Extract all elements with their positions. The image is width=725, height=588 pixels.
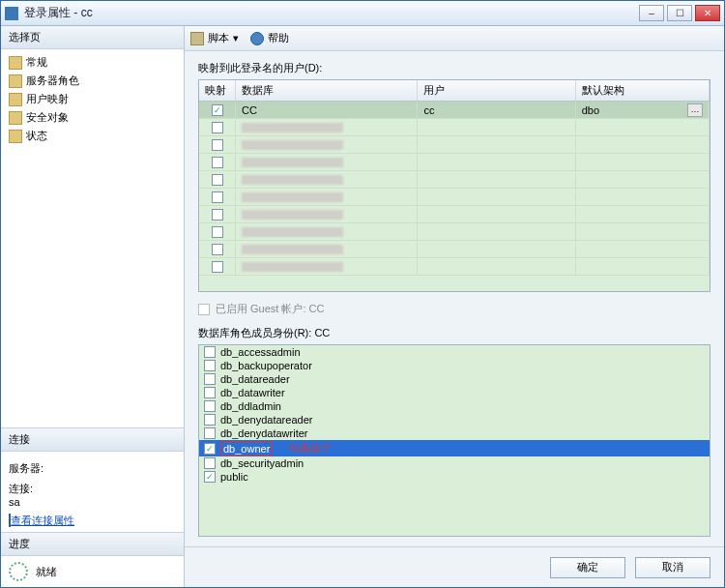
role-row[interactable]: db_securityadmin [199,456,710,470]
map-checkbox[interactable] [212,139,223,151]
role-checkbox[interactable] [204,360,216,371]
role-checkbox[interactable]: ✓ [204,443,216,455]
map-checkbox[interactable] [212,226,223,238]
role-row[interactable]: db_datareader [199,372,710,386]
role-checkbox[interactable]: ✓ [204,471,216,483]
sidebar-item-label: 状态 [26,129,47,143]
role-row[interactable]: db_backupoperator [199,359,710,372]
sidebar-item-label: 常规 [26,55,47,70]
annotation: 勾选这个 [289,441,332,456]
table-row[interactable] [199,136,710,154]
role-checkbox[interactable] [204,346,216,358]
role-name: db_backupoperator [220,360,312,371]
table-row[interactable]: ✓CCccdbo… [199,102,710,119]
script-icon [190,32,204,45]
script-button[interactable]: 脚本 ▾ [190,31,239,45]
table-row[interactable] [199,223,710,241]
sidebar-item[interactable]: 服务器角色 [3,72,182,90]
map-checkbox[interactable] [212,244,223,255]
table-row[interactable] [199,171,710,189]
role-name: db_denydatawriter [220,427,308,439]
cancel-button[interactable]: 取消 [635,557,710,578]
role-name: db_denydatareader [220,414,312,426]
map-checkbox[interactable]: ✓ [212,104,223,116]
conn-label: 连接: [9,482,176,496]
dialog-window: 登录属性 - cc – ☐ ✕ 选择页 常规服务器角色用户映射安全对象状态 连接… [0,0,725,588]
nav-list: 常规服务器角色用户映射安全对象状态 [1,49,184,427]
table-row[interactable] [199,119,710,136]
table-row[interactable] [199,189,710,206]
page-icon [9,56,22,70]
connection-header: 连接 [1,428,184,452]
titlebar[interactable]: 登录属性 - cc – ☐ ✕ [1,1,724,26]
close-button[interactable]: ✕ [695,5,720,21]
role-checkbox[interactable] [204,457,216,469]
role-row[interactable]: db_accessadmin [199,345,710,359]
select-page-header: 选择页 [1,26,184,49]
role-row[interactable]: db_datawriter [199,386,710,399]
page-icon [9,130,22,143]
guest-checkbox [198,304,210,315]
maximize-button[interactable]: ☐ [667,5,692,21]
sidebar-item[interactable]: 安全对象 [3,108,182,127]
role-row[interactable]: db_ddladmin [199,399,710,413]
sidebar-item[interactable]: 常规 [3,53,182,72]
role-name: public [220,471,248,483]
col-map[interactable]: 映射 [199,80,236,101]
server-label: 服务器: [9,461,176,476]
ok-button[interactable]: 确定 [550,557,625,578]
map-checkbox[interactable] [212,122,223,133]
chevron-down-icon: ▾ [233,32,239,44]
role-checkbox[interactable] [204,373,216,385]
table-row[interactable] [199,206,710,223]
sidebar-item-label: 服务器角色 [26,74,79,88]
progress-header: 进度 [1,533,184,556]
role-checkbox[interactable] [204,400,216,412]
sidebar-item[interactable]: 状态 [3,127,182,145]
role-checkbox[interactable] [204,427,216,439]
role-row[interactable]: db_denydatareader [199,413,710,426]
page-icon [9,74,22,88]
role-name: db_datawriter [220,387,285,398]
schema-browse-button[interactable]: … [687,103,703,117]
sidebar-item-label: 安全对象 [26,110,69,125]
table-row[interactable] [199,241,710,258]
sidebar-item[interactable]: 用户映射 [3,90,182,108]
table-row[interactable] [199,258,710,276]
role-checkbox[interactable] [204,414,216,426]
col-user[interactable]: 用户 [418,80,575,101]
role-name: db_securityadmin [220,457,304,469]
map-checkbox[interactable] [212,174,223,186]
role-row[interactable]: db_denydatawriter [199,426,710,440]
help-button[interactable]: 帮助 [250,31,289,45]
col-schema[interactable]: 默认架构 [576,80,710,101]
sidebar: 选择页 常规服务器角色用户映射安全对象状态 连接 服务器: 连接: sa 查看连… [1,26,185,587]
map-checkbox[interactable] [212,209,223,220]
guest-row: 已启用 Guest 帐户: CC [198,302,710,316]
minimize-button[interactable]: – [639,5,664,21]
map-checkbox[interactable] [212,261,223,273]
view-conn-props-link[interactable]: 查看连接属性 [11,514,74,526]
map-checkbox[interactable] [212,157,223,168]
role-name: db_datareader [220,373,290,385]
progress-spinner-icon [9,562,28,581]
footer: 确定 取消 [185,546,724,587]
role-row[interactable]: ✓db_owner勾选这个 [199,440,710,456]
mapping-grid[interactable]: 映射 数据库 用户 默认架构 ✓CCccdbo… [198,79,710,292]
sidebar-item-label: 用户映射 [26,92,69,106]
conn-value: sa [9,496,176,508]
page-icon [9,111,22,125]
roles-label: 数据库角色成员身份(R): CC [198,326,710,340]
window-title: 登录属性 - cc [24,5,639,21]
map-checkbox[interactable] [212,191,223,203]
col-db[interactable]: 数据库 [236,80,418,101]
toolbar: 脚本 ▾ 帮助 [185,26,724,51]
role-row[interactable]: ✓public [199,470,710,484]
roles-list[interactable]: db_accessadmindb_backupoperatordb_datare… [198,344,710,537]
progress-status: 就绪 [36,565,57,579]
role-checkbox[interactable] [204,387,216,398]
role-name: db_accessadmin [220,346,301,358]
help-icon [250,32,264,45]
table-row[interactable] [199,154,710,171]
guest-label: 已启用 Guest 帐户: CC [216,302,324,316]
